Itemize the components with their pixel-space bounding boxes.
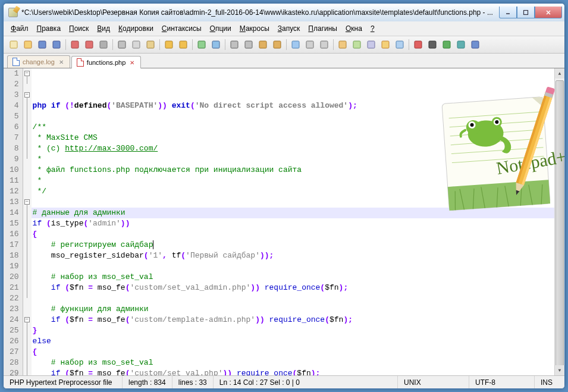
indent-guide-icon (319, 40, 329, 49)
tab-close-icon[interactable]: ✕ (58, 58, 65, 65)
svg-rect-5 (24, 41, 32, 48)
app-icon (8, 8, 18, 17)
menu-плагины[interactable]: Плагины (305, 23, 341, 35)
code-line: php if (!defined('BASEPATH')) exit('No d… (33, 101, 554, 111)
tab-bar: change.log✕functions.php✕ (4, 54, 564, 68)
line-number: 17 (10, 240, 19, 250)
svg-rect-1 (524, 10, 528, 14)
editor-area[interactable]: 1234567891011121314151617181920212223242… (4, 68, 564, 375)
cut-button[interactable] (115, 38, 128, 51)
svg-rect-30 (415, 41, 422, 48)
stop-macro-button[interactable] (426, 38, 439, 51)
code-line: * (c) http://max-3000.com/ (33, 143, 554, 154)
folder-button[interactable] (379, 38, 392, 51)
play-macro-button[interactable] (440, 38, 453, 51)
svg-rect-29 (396, 41, 403, 48)
scroll-up-button[interactable]: ▲ (555, 68, 564, 79)
redo-button[interactable] (177, 38, 190, 51)
all-chars-button[interactable] (303, 38, 316, 51)
close-all-button[interactable] (83, 38, 96, 51)
line-number: 12 (10, 186, 19, 197)
tab-close-icon[interactable]: ✕ (128, 59, 136, 66)
titlebar[interactable]: *C:\Users\webik\Desktop\Резервная Копия … (4, 4, 564, 21)
scroll-thumb[interactable] (556, 80, 564, 375)
doc-map-icon (366, 40, 376, 49)
sync-v-button[interactable] (256, 38, 269, 51)
toolbar (4, 36, 564, 54)
code-line: * (33, 154, 554, 165)
scroll-down-button[interactable]: ▼ (555, 365, 564, 375)
line-number: 7 (10, 133, 19, 143)
svg-rect-8 (71, 41, 79, 48)
undo-button[interactable] (162, 38, 175, 51)
monitor-button[interactable] (393, 38, 406, 51)
menu-правка[interactable]: Правка (33, 23, 65, 35)
svg-rect-16 (198, 41, 205, 48)
sync-h-button[interactable] (271, 38, 284, 51)
close-button[interactable] (535, 7, 562, 18)
svg-rect-22 (292, 41, 299, 48)
indent-guide-button[interactable] (318, 38, 331, 51)
close-all-icon (84, 40, 94, 49)
code-line: /** (33, 122, 554, 133)
line-number: 16 (10, 229, 19, 240)
code-line: * MaxSite CMS (33, 133, 554, 143)
menu-файл[interactable]: Файл (7, 23, 32, 35)
menu-окна[interactable]: Окна (342, 23, 366, 35)
save-macro-button[interactable] (469, 38, 482, 51)
code-line (33, 293, 554, 304)
svg-rect-24 (321, 41, 328, 48)
line-number: 20 (10, 272, 19, 283)
paste-button[interactable] (144, 38, 157, 51)
replace-button[interactable] (209, 38, 222, 51)
svg-rect-7 (53, 41, 60, 48)
save-all-icon (52, 40, 61, 49)
minimize-button[interactable] (499, 7, 517, 18)
statusbar: PHP Hypertext Preprocessor file length :… (4, 375, 564, 388)
code-line (33, 261, 554, 272)
find-button[interactable] (195, 38, 208, 51)
menu-кодировки[interactable]: Кодировки (115, 23, 157, 35)
code-area[interactable]: php if (!defined('BASEPATH')) exit('No d… (32, 68, 554, 375)
status-language: PHP Hypertext Preprocessor file (4, 376, 123, 388)
monitor-icon (395, 40, 404, 49)
find-icon (197, 40, 206, 49)
new-file-button[interactable] (7, 38, 20, 51)
lang-button[interactable] (336, 38, 349, 51)
line-number: 4 (10, 101, 19, 111)
code-line: if ($fn = mso_fe('custom/set_val.php')) … (33, 368, 554, 375)
code-line: { (33, 229, 554, 240)
all-chars-icon (305, 40, 315, 49)
tab-functions-php[interactable]: functions.php✕ (71, 56, 141, 68)
zoom-out-button[interactable] (242, 38, 255, 51)
svg-rect-25 (339, 41, 346, 48)
redo-icon (178, 40, 188, 49)
vertical-scrollbar[interactable]: ▲ ▼ (554, 68, 564, 375)
code-line: { (33, 347, 554, 357)
tab-change-log[interactable]: change.log✕ (7, 55, 70, 68)
menu-опции[interactable]: Опции (206, 23, 235, 35)
menu-вид[interactable]: Вид (93, 23, 114, 35)
copy-button[interactable] (130, 38, 143, 51)
func-list-button[interactable] (350, 38, 363, 51)
menu-?[interactable]: ? (367, 23, 378, 35)
open-file-button[interactable] (21, 38, 34, 51)
menu-синтаксисы[interactable]: Синтаксисы (158, 23, 205, 35)
doc-map-button[interactable] (365, 38, 378, 51)
code-line: if ($fn = mso_fe('custom/template-admin.… (33, 315, 554, 325)
menu-поиск[interactable]: Поиск (65, 23, 92, 35)
print-button[interactable] (97, 38, 110, 51)
play-multi-button[interactable] (454, 38, 467, 51)
save-file-button[interactable] (36, 38, 49, 51)
menu-запуск[interactable]: Запуск (274, 23, 304, 35)
maximize-button[interactable] (517, 7, 535, 18)
zoom-in-button[interactable] (228, 38, 241, 51)
wrap-button[interactable] (289, 38, 302, 51)
svg-rect-63 (545, 92, 554, 98)
rec-macro-button[interactable] (412, 38, 425, 51)
menu-макросы[interactable]: Макросы (236, 23, 273, 35)
fold-gutter[interactable]: −−−− (23, 68, 32, 375)
save-all-button[interactable] (50, 38, 63, 51)
close-file-button[interactable] (68, 38, 81, 51)
zoom-in-icon (230, 40, 239, 49)
